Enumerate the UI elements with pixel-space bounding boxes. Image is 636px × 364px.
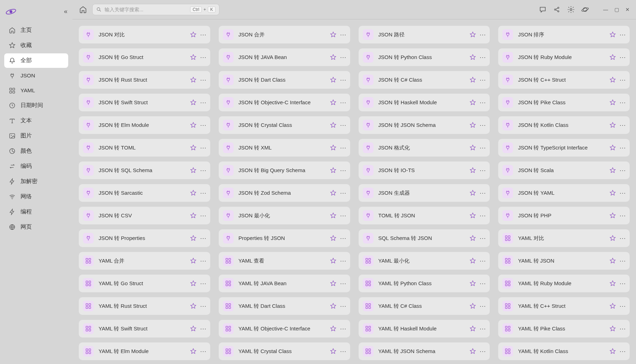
more-icon[interactable]: ⋯: [479, 144, 485, 152]
tool-card[interactable]: JSON 转 Python Class⋯: [359, 48, 490, 66]
more-icon[interactable]: ⋯: [619, 166, 625, 174]
favorite-star-icon[interactable]: [610, 348, 616, 354]
share-icon[interactable]: [553, 6, 561, 13]
tool-card[interactable]: JSON 转 TOML⋯: [79, 139, 210, 157]
sidebar-item-star[interactable]: 收藏: [4, 38, 68, 53]
tool-card[interactable]: YAML 对比⋯: [498, 229, 630, 247]
favorite-star-icon[interactable]: [330, 77, 336, 83]
sidebar-item-clock[interactable]: 日期时间: [4, 98, 68, 113]
more-icon[interactable]: ⋯: [619, 302, 625, 310]
tool-card[interactable]: JSON 转 Swift Struct⋯: [79, 94, 210, 111]
favorite-star-icon[interactable]: [470, 235, 476, 241]
favorite-star-icon[interactable]: [470, 325, 476, 332]
tool-card[interactable]: YAML 转 Ruby Module⋯: [498, 275, 630, 292]
planet-icon[interactable]: [581, 6, 589, 13]
favorite-star-icon[interactable]: [610, 99, 616, 106]
tool-card[interactable]: JSON 生成器⋯: [359, 184, 490, 202]
favorite-star-icon[interactable]: [610, 280, 616, 287]
sidebar-item-pie[interactable]: 颜色: [4, 144, 68, 158]
tool-card[interactable]: JSON 转 TypeScript Interface⋯: [498, 139, 630, 157]
more-icon[interactable]: ⋯: [200, 189, 206, 197]
favorite-star-icon[interactable]: [470, 145, 476, 151]
favorite-star-icon[interactable]: [330, 235, 336, 241]
favorite-star-icon[interactable]: [330, 54, 336, 60]
tool-card[interactable]: JSON 格式化⋯: [359, 139, 490, 157]
tool-card[interactable]: YAML 转 Crystal Class⋯: [219, 342, 350, 360]
favorite-star-icon[interactable]: [190, 348, 196, 354]
more-icon[interactable]: ⋯: [340, 166, 346, 174]
favorite-star-icon[interactable]: [470, 303, 476, 309]
tool-card[interactable]: JSON 转 XML⋯: [219, 139, 350, 157]
favorite-star-icon[interactable]: [330, 212, 336, 219]
favorite-star-icon[interactable]: [190, 167, 196, 174]
favorite-star-icon[interactable]: [610, 212, 616, 219]
more-icon[interactable]: ⋯: [619, 121, 625, 129]
more-icon[interactable]: ⋯: [200, 302, 206, 310]
window-close[interactable]: ✕: [625, 7, 630, 12]
more-icon[interactable]: ⋯: [479, 53, 485, 61]
tool-card[interactable]: YAML 转 Haskell Module⋯: [359, 320, 490, 337]
more-icon[interactable]: ⋯: [479, 280, 485, 287]
tool-card[interactable]: JSON 转 CSV⋯: [79, 207, 210, 224]
sidebar-item-swap[interactable]: 编码: [4, 159, 68, 174]
tool-card[interactable]: TOML 转 JSON⋯: [359, 207, 490, 224]
more-icon[interactable]: ⋯: [619, 347, 625, 355]
more-icon[interactable]: ⋯: [200, 53, 206, 61]
favorite-star-icon[interactable]: [330, 167, 336, 174]
more-icon[interactable]: ⋯: [619, 53, 625, 61]
tool-card[interactable]: YAML 转 Swift Struct⋯: [79, 320, 210, 337]
favorite-star-icon[interactable]: [190, 99, 196, 106]
more-icon[interactable]: ⋯: [200, 76, 206, 84]
favorite-star-icon[interactable]: [470, 258, 476, 264]
favorite-star-icon[interactable]: [470, 190, 476, 196]
tool-card[interactable]: JSON 转 Ruby Module⋯: [498, 48, 630, 66]
more-icon[interactable]: ⋯: [479, 166, 485, 174]
more-icon[interactable]: ⋯: [340, 212, 346, 219]
favorite-star-icon[interactable]: [190, 235, 196, 241]
favorite-star-icon[interactable]: [610, 303, 616, 309]
favorite-star-icon[interactable]: [190, 54, 196, 60]
more-icon[interactable]: ⋯: [200, 99, 206, 106]
more-icon[interactable]: ⋯: [479, 76, 485, 84]
favorite-star-icon[interactable]: [470, 280, 476, 287]
favorite-star-icon[interactable]: [470, 348, 476, 354]
more-icon[interactable]: ⋯: [340, 76, 346, 84]
app-logo[interactable]: [5, 7, 17, 16]
tool-card[interactable]: JSON 转 Go Struct⋯: [79, 48, 210, 66]
sidebar-item-text[interactable]: 文本: [4, 113, 68, 128]
sidebar-item-bolt[interactable]: 编程: [4, 205, 68, 219]
tool-card[interactable]: JSON 转 Big Query Schema⋯: [219, 162, 350, 179]
tool-card[interactable]: YAML 转 Go Struct⋯: [79, 275, 210, 292]
favorite-star-icon[interactable]: [330, 122, 336, 128]
favorite-star-icon[interactable]: [330, 190, 336, 196]
more-icon[interactable]: ⋯: [200, 234, 206, 242]
wechat-icon[interactable]: [539, 6, 547, 13]
tool-card[interactable]: YAML 转 C++ Struct⋯: [498, 297, 630, 315]
more-icon[interactable]: ⋯: [479, 31, 485, 39]
more-icon[interactable]: ⋯: [619, 31, 625, 39]
tool-card[interactable]: JSON 转 Rust Struct⋯: [79, 71, 210, 89]
settings-icon[interactable]: [567, 6, 575, 13]
more-icon[interactable]: ⋯: [340, 53, 346, 61]
window-minimize[interactable]: —: [603, 7, 608, 12]
favorite-star-icon[interactable]: [610, 235, 616, 241]
favorite-star-icon[interactable]: [330, 99, 336, 106]
favorite-star-icon[interactable]: [190, 77, 196, 83]
favorite-star-icon[interactable]: [470, 99, 476, 106]
tool-card[interactable]: JSON 转 Pike Class⋯: [498, 94, 630, 111]
sidebar-item-globe[interactable]: 网页: [4, 220, 68, 234]
more-icon[interactable]: ⋯: [479, 121, 485, 129]
more-icon[interactable]: ⋯: [340, 280, 346, 287]
tool-card[interactable]: JSON 排序⋯: [498, 26, 630, 43]
favorite-star-icon[interactable]: [610, 258, 616, 264]
favorite-star-icon[interactable]: [190, 122, 196, 128]
sidebar-item-plug[interactable]: JSON: [4, 69, 68, 83]
tool-card[interactable]: JSON 对比⋯: [79, 26, 210, 43]
favorite-star-icon[interactable]: [470, 31, 476, 38]
more-icon[interactable]: ⋯: [340, 234, 346, 242]
favorite-star-icon[interactable]: [610, 167, 616, 174]
tool-card[interactable]: YAML 转 Pike Class⋯: [498, 320, 630, 337]
favorite-star-icon[interactable]: [610, 54, 616, 60]
favorite-star-icon[interactable]: [610, 77, 616, 83]
tool-card[interactable]: SQL Schema 转 JSON⋯: [359, 229, 490, 247]
